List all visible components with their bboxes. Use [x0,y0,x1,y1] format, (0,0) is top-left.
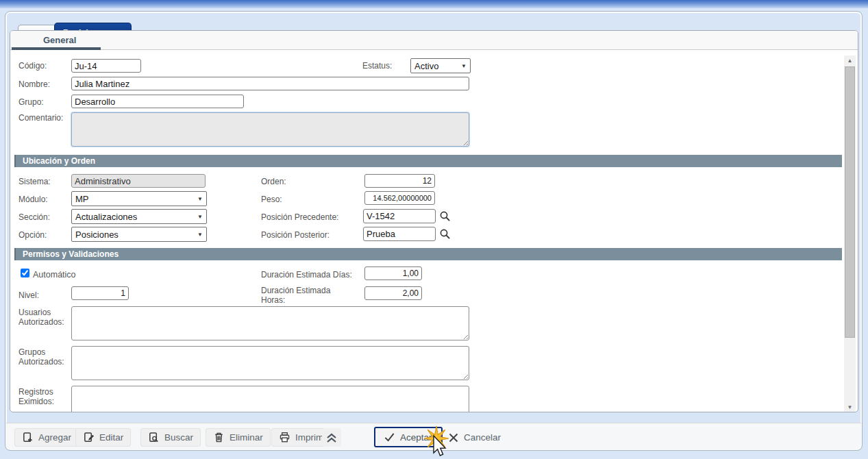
scrollbar-thumb[interactable] [845,66,855,338]
grupo-label: Grupo: [18,97,44,107]
agregar-label: Agregar [38,432,71,443]
tab-general[interactable]: General [43,35,76,45]
buscar-label: Buscar [164,432,193,443]
orden-label: Orden: [261,177,286,186]
modulo-label: Módulo: [18,195,48,204]
modulo-select[interactable]: MP ▼ [71,191,207,206]
double-chevron-up-icon [325,432,338,444]
grupos-autorizados-label: Grupos Autorizados: [18,347,68,367]
seccion-value: Actualizaciones [75,212,137,222]
search-icon[interactable] [439,210,451,222]
collapse-toolbar-button[interactable] [322,428,341,447]
duracion-dias-input[interactable] [364,266,422,280]
agregar-button[interactable]: Agregar [14,428,79,447]
vertical-scrollbar[interactable]: ▲ ▼ [844,55,856,412]
editar-button[interactable]: Editar [75,428,131,447]
posicion-posterior-input[interactable] [363,227,436,241]
add-document-icon [22,432,34,443]
scroll-up-icon[interactable]: ▲ [844,55,856,65]
grupo-input[interactable] [71,95,244,108]
estatus-select[interactable]: Activo ▼ [410,58,471,73]
grupos-autorizados-textarea[interactable] [71,346,469,380]
content-panel: General Código: Estatus: Activo ▼ Nombre… [10,30,858,412]
codigo-label: Código: [18,61,47,71]
automatico-checkbox[interactable] [21,269,29,277]
editar-label: Editar [99,432,123,443]
sistema-label: Sistema: [18,177,51,186]
comentario-label: Comentario: [18,113,63,123]
nivel-input[interactable] [71,286,129,300]
usuarios-autorizados-label: Usuarios Autorizados: [18,308,68,327]
orden-input[interactable] [364,174,435,188]
codigo-input[interactable] [71,59,141,73]
estatus-label: Estatus: [362,61,392,71]
edit-document-icon [83,432,95,443]
posicion-precedente-label: Posición Precedente: [261,212,364,222]
opcion-label: Opción: [18,230,47,240]
trash-icon [213,432,225,443]
opcion-value: Posiciones [75,230,119,240]
nombre-label: Nombre: [18,79,50,89]
general-tab-strip [10,31,858,50]
top-gradient-bar [0,0,868,8]
section-permisos-y-validaciones: Permisos y Validaciones [14,248,842,260]
section-ubicacion-y-orden: Ubicación y Orden [14,155,842,167]
registros-eximidos-label: Registros Eximidos: [18,387,68,406]
scroll-down-icon[interactable]: ▼ [844,402,856,412]
duracion-horas-label: Duración Estimada Horas: [261,286,342,305]
automatico-label: Automático [33,270,76,280]
duracion-dias-label: Duración Estimada Días: [261,270,364,280]
eliminar-label: Eliminar [230,432,263,443]
opcion-select[interactable]: Posiciones ▼ [71,227,207,242]
buscar-button[interactable]: Buscar [140,428,201,447]
dropdown-arrow-icon: ▼ [197,214,203,220]
dropdown-arrow-icon: ▼ [197,232,203,238]
search-document-icon [148,432,160,443]
posicion-precedente-input[interactable] [363,209,436,223]
general-tab-underline [12,47,101,50]
seccion-label: Sección: [18,212,50,222]
cancelar-label: Cancelar [464,432,501,443]
comentario-textarea[interactable] [71,112,469,147]
peso-input[interactable] [364,191,435,205]
nivel-label: Nivel: [18,290,39,300]
seccion-select[interactable]: Actualizaciones ▼ [71,209,207,224]
registros-eximidos-textarea[interactable] [71,386,469,412]
click-indicator [411,425,460,459]
posicion-posterior-label: Posición Posterior: [261,230,364,240]
sistema-input [71,174,206,188]
search-icon[interactable] [439,228,451,240]
eliminar-button[interactable]: Eliminar [206,428,271,447]
modulo-value: MP [75,194,89,204]
nombre-input[interactable] [71,77,469,90]
duracion-horas-input[interactable] [364,286,422,300]
estatus-value: Activo [414,61,438,71]
usuarios-autorizados-textarea[interactable] [71,306,469,340]
peso-label: Peso: [261,195,282,204]
printer-icon [279,432,290,443]
dropdown-arrow-icon: ▼ [197,196,203,202]
check-icon [384,432,395,443]
dropdown-arrow-icon: ▼ [461,63,467,69]
